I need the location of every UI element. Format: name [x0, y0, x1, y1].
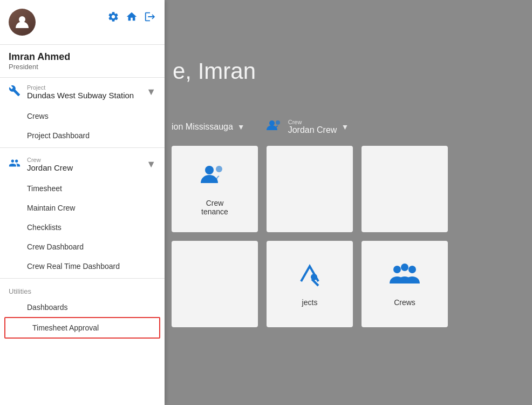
home-icon[interactable] [126, 11, 138, 25]
svg-point-4 [311, 274, 317, 280]
crew-section-icon [9, 157, 22, 172]
svg-point-1 [276, 120, 280, 125]
crew-selector[interactable]: Crew Jordan Crew ▼ [267, 119, 349, 135]
card-crew-maintenance[interactable]: Crewtenance [172, 146, 258, 232]
menu-item-maintain-crew[interactable]: Maintain Crew [0, 198, 165, 218]
crews-icon [390, 262, 420, 294]
divider-1 [0, 147, 165, 148]
crew-dropdown-icon: ▼ [341, 123, 349, 131]
projects-icon [297, 262, 323, 294]
project-dropdown-icon: ▼ [237, 123, 245, 131]
menu-item-checklists[interactable]: Checklists [0, 218, 165, 237]
card-crews[interactable]: Crews [362, 241, 448, 327]
svg-point-8 [408, 266, 416, 273]
logout-icon[interactable] [144, 11, 156, 25]
divider-2 [0, 278, 165, 279]
menu-item-crew-dashboard[interactable]: Crew Dashboard [0, 237, 165, 256]
svg-point-0 [269, 120, 275, 126]
menu-item-project-dashboard[interactable]: Project Dashboard [0, 126, 165, 145]
user-name: Imran Ahmed [9, 51, 156, 63]
project-selector-value: ion Mississauga [172, 122, 233, 132]
utilities-label: Utilities [0, 281, 165, 298]
header-icons [107, 9, 156, 25]
menu-item-timesheet-approval[interactable]: Timesheet Approval [5, 318, 159, 338]
dashboard-cards: Crewtenance jects [172, 146, 448, 327]
user-info: Imran Ahmed President [0, 45, 165, 78]
card-crew-maintenance-label: Crewtenance [201, 199, 228, 216]
avatar [9, 9, 36, 36]
svg-point-2 [205, 166, 214, 174]
card-projects-label: jects [302, 298, 318, 307]
card-empty-3[interactable] [172, 241, 258, 327]
user-role: President [9, 63, 156, 71]
crew-title-group: Crew Jordan Crew [27, 157, 146, 172]
project-title: Dundas West Subway Station [27, 91, 146, 100]
svg-point-7 [401, 264, 408, 271]
card-empty-2[interactable] [362, 146, 448, 232]
card-projects[interactable]: jects [267, 241, 353, 327]
crew-maintenance-icon [200, 163, 230, 194]
crew-section-header[interactable]: Crew Jordan Crew ▼ [0, 150, 165, 179]
card-empty-1[interactable] [267, 146, 353, 232]
svg-point-3 [216, 166, 222, 172]
sidebar: Imran Ahmed President Project Dundas Wes… [0, 0, 165, 405]
project-dropdown-arrow: ▼ [146, 86, 156, 98]
menu-item-timesheet[interactable]: Timesheet [0, 179, 165, 198]
sidebar-header [0, 0, 165, 45]
timesheet-approval-highlight: Timesheet Approval [4, 317, 160, 339]
crew-dropdown-arrow: ▼ [146, 159, 156, 170]
user-section [9, 9, 36, 36]
utilities-sub-menu: Dashboards Timesheet Approval [0, 298, 165, 339]
project-section-header[interactable]: Project Dundas West Subway Station ▼ [0, 78, 165, 106]
settings-icon[interactable] [107, 11, 119, 25]
crew-selector-icon [267, 119, 282, 134]
project-super-label: Project [27, 84, 146, 91]
menu-item-crews[interactable]: Crews [0, 106, 165, 126]
crew-title: Jordan Crew [27, 163, 146, 172]
project-icon [9, 85, 22, 99]
project-sub-menu: Crews Project Dashboard [0, 106, 165, 145]
top-selectors: ion Mississauga ▼ Crew Jordan Crew ▼ [172, 119, 349, 135]
project-title-group: Project Dundas West Subway Station [27, 84, 146, 100]
crew-sub-menu: Timesheet Maintain Crew Checklists Crew … [0, 179, 165, 276]
welcome-text: e, Imran [173, 58, 256, 84]
menu-item-crew-realtime[interactable]: Crew Real Time Dashboard [0, 256, 165, 276]
svg-point-6 [393, 266, 401, 273]
crew-super-label: Crew [27, 157, 146, 163]
crew-selector-label: Crew [288, 119, 337, 125]
project-selector[interactable]: ion Mississauga ▼ [172, 122, 245, 132]
card-crews-label: Crews [394, 298, 415, 307]
crew-selector-value: Jordan Crew [288, 125, 337, 135]
menu-item-dashboards[interactable]: Dashboards [0, 298, 165, 317]
